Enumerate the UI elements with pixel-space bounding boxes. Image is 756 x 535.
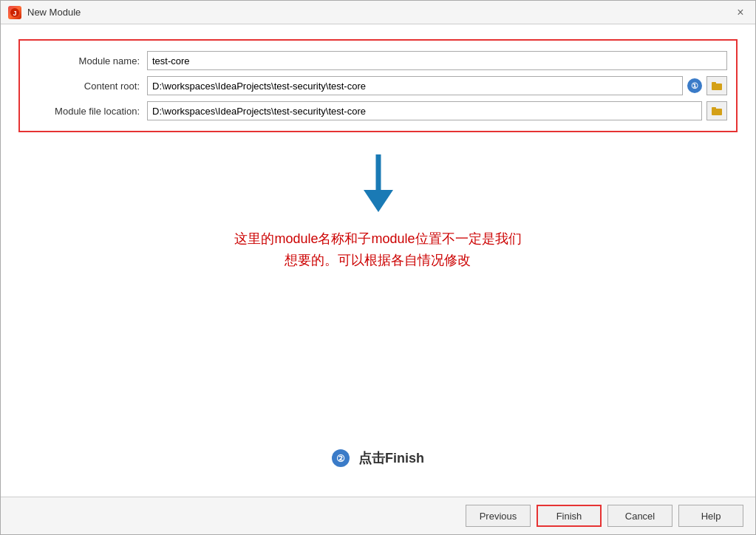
finish-button[interactable]: Finish <box>537 505 602 527</box>
help-button[interactable]: Help <box>678 505 743 527</box>
folder-icon-2 <box>712 106 722 115</box>
folder-icon <box>712 81 722 90</box>
button-bar: Previous Finish Cancel Help <box>1 497 755 534</box>
module-name-label: Module name: <box>29 55 147 67</box>
note-line1: 这里的module名称和子module位置不一定是我们 <box>234 228 521 250</box>
svg-rect-3 <box>712 82 716 84</box>
note-line2: 想要的。可以根据各自情况修改 <box>234 250 521 271</box>
finish-section: ② 点击Finish <box>18 442 738 482</box>
module-file-location-input[interactable] <box>147 101 702 120</box>
form-section: Module name: Content root: ① <box>18 39 738 132</box>
cancel-button[interactable]: Cancel <box>607 505 672 527</box>
app-icon: J <box>8 6 21 19</box>
svg-rect-4 <box>712 109 722 115</box>
svg-text:J: J <box>13 10 16 17</box>
title-bar-left: J New Module <box>8 6 81 19</box>
down-arrow-icon <box>362 154 395 214</box>
module-name-row: Module name: <box>29 51 727 70</box>
finish-label: 点击Finish <box>358 449 424 467</box>
content-root-label: Content root: <box>29 81 147 92</box>
module-name-input[interactable] <box>147 51 727 70</box>
content-root-badge: ① <box>687 78 702 93</box>
previous-button[interactable]: Previous <box>466 505 531 527</box>
svg-marker-7 <box>364 190 393 212</box>
module-name-input-wrapper <box>147 51 727 70</box>
arrow-section <box>18 132 738 221</box>
new-module-dialog: J New Module × Module name: Content root… <box>0 0 756 535</box>
content-root-row: Content root: ① <box>29 76 727 95</box>
module-file-location-label: Module file location: <box>29 106 147 117</box>
content-root-browse-button[interactable] <box>706 76 727 95</box>
dialog-content: Module name: Content root: ① <box>1 24 755 497</box>
dialog-title: New Module <box>27 7 81 18</box>
content-root-input-wrapper: ① <box>147 76 727 95</box>
content-root-input[interactable] <box>147 76 683 95</box>
title-bar: J New Module × <box>1 1 755 24</box>
note-text: 这里的module名称和子module位置不一定是我们 想要的。可以根据各自情况… <box>234 228 521 271</box>
close-button[interactable]: × <box>733 5 748 20</box>
finish-badge: ② <box>332 449 350 467</box>
svg-rect-2 <box>712 84 722 90</box>
module-file-location-browse-button[interactable] <box>706 101 727 120</box>
note-section: 这里的module名称和子module位置不一定是我们 想要的。可以根据各自情况… <box>18 221 738 286</box>
module-file-location-input-wrapper <box>147 101 727 120</box>
module-file-location-row: Module file location: <box>29 101 727 120</box>
svg-rect-5 <box>712 107 716 109</box>
